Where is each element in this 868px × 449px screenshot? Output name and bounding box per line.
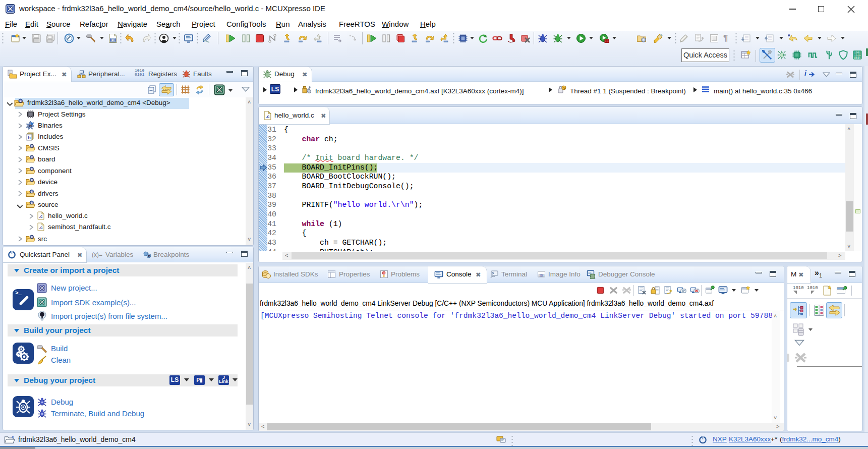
svg-text:010: 010: [110, 38, 116, 42]
svg-text:c: c: [12, 435, 14, 439]
svg-text:0101: 0101: [854, 57, 861, 60]
svg-text:.c: .c: [266, 114, 270, 119]
svg-text:010: 010: [540, 274, 544, 277]
